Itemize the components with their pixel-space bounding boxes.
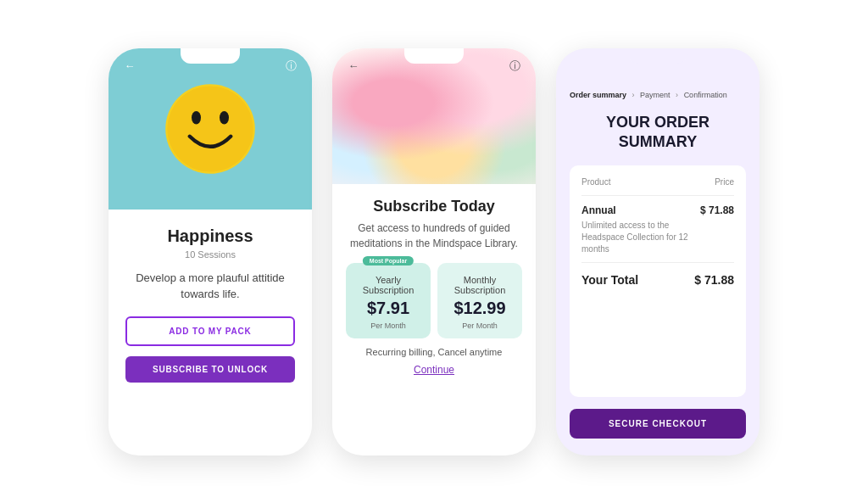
phone2-description: Get access to hundreds of guided meditat…	[346, 221, 522, 251]
breadcrumb-confirmation: Confirmation	[684, 91, 727, 99]
back-icon-2[interactable]: ←	[346, 59, 361, 74]
main-scene: ← ⓘ Happiness 10 Sessions Develop a more…	[0, 0, 868, 503]
phone-notch-2	[404, 48, 464, 64]
col-product-label: Product	[581, 177, 610, 187]
phone-subscribe: ← ⓘ Subscribe Today Get access to hundre…	[332, 48, 536, 455]
add-to-pack-button[interactable]: ADD TO MY PACK	[125, 316, 295, 346]
item-label: Annual	[581, 204, 700, 216]
table-divider	[581, 195, 734, 196]
monthly-subscription-card[interactable]: Monthly Subscription $12.99 Per Month	[437, 263, 522, 338]
phone1-description: Develop a more plauful attitide towards …	[125, 270, 295, 303]
phone-order-summary: Order summary › Payment › Confirmation Y…	[556, 48, 760, 455]
subscription-options: Most Popular Yearly Subscription $7.91 P…	[346, 263, 522, 338]
breadcrumb-arrow-1: ›	[632, 91, 635, 99]
info-icon-2[interactable]: ⓘ	[507, 59, 522, 74]
breadcrumb: Order summary › Payment › Confirmation	[570, 91, 746, 99]
phone2-content: Subscribe Today Get access to hundreds o…	[332, 184, 536, 455]
item-description: Unlimited access to the Headspace Collec…	[581, 220, 700, 255]
yearly-subscription-card[interactable]: Most Popular Yearly Subscription $7.91 P…	[346, 263, 431, 338]
yearly-label: Yearly Subscription	[353, 275, 424, 295]
svg-point-1	[167, 86, 253, 171]
table-header: Product Price	[581, 177, 734, 187]
info-icon-1[interactable]: ⓘ	[283, 59, 298, 74]
svg-point-2	[192, 111, 201, 124]
col-price-label: Price	[715, 177, 734, 187]
phone1-title: Happiness	[167, 226, 253, 246]
breadcrumb-order-summary: Order summary	[570, 91, 626, 99]
phone2-title: Subscribe Today	[373, 198, 495, 215]
back-icon-1[interactable]: ←	[122, 59, 137, 74]
monthly-period: Per Month	[462, 321, 498, 330]
subscribe-unlock-button[interactable]: SUBSCRIBE TO UNLOCK	[125, 356, 295, 383]
phone-notch-3	[628, 48, 687, 64]
phone-notch-1	[181, 48, 240, 64]
total-price: $ 71.88	[694, 273, 734, 287]
total-label: Your Total	[581, 273, 638, 287]
phone1-content: Happiness 10 Sessions Develop a more pla…	[108, 210, 312, 455]
phone3-inner: Order summary › Payment › Confirmation Y…	[556, 48, 760, 455]
phone1-sessions: 10 Sessions	[185, 249, 236, 260]
recurring-billing-text: Recurring billing, Cancel anytime	[366, 347, 503, 357]
row-left: Annual Unlimited access to the Headspace…	[581, 204, 700, 255]
order-summary-title: YOUR ORDER SUMMARY	[570, 113, 746, 153]
order-table: Product Price Annual Unlimited access to…	[570, 165, 746, 396]
svg-point-3	[220, 111, 229, 124]
monthly-price: $12.99	[453, 299, 505, 318]
continue-link[interactable]: Continue	[414, 364, 454, 376]
item-price: $ 71.88	[700, 204, 734, 255]
total-row: Your Total $ 71.88	[581, 262, 734, 287]
breadcrumb-payment: Payment	[640, 91, 670, 99]
yearly-period: Per Month	[370, 321, 406, 330]
secure-checkout-button[interactable]: SECURE CHECKOUT	[570, 409, 746, 439]
monthly-label: Monthly Subscription	[444, 275, 515, 295]
smiley-face	[164, 82, 257, 176]
table-row: Annual Unlimited access to the Headspace…	[581, 204, 734, 255]
yearly-price: $7.91	[367, 299, 409, 318]
popular-badge: Most Popular	[363, 256, 414, 265]
phone-happiness: ← ⓘ Happiness 10 Sessions Develop a more…	[108, 48, 312, 455]
breadcrumb-arrow-2: ›	[676, 91, 678, 99]
